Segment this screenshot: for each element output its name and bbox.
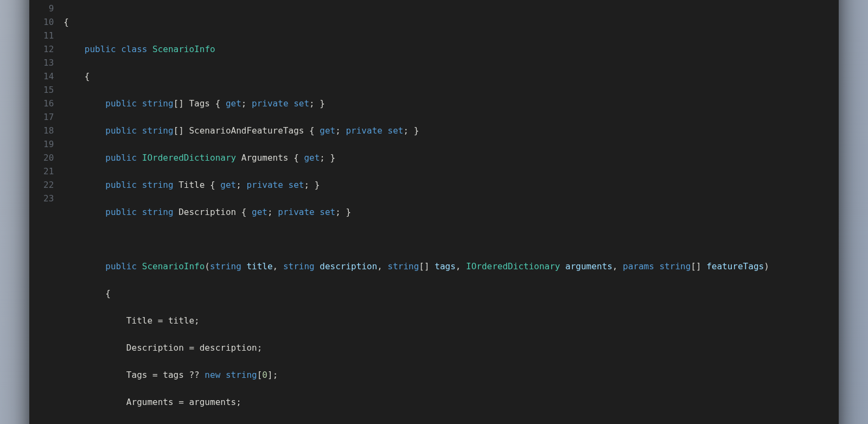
class-name: ScenarioInfo (152, 44, 215, 54)
code-area[interactable]: 1234567891011121314151617181920212223 us… (29, 0, 839, 424)
line-number-gutter: 1234567891011121314151617181920212223 (29, 0, 63, 424)
line-number: 11 (43, 29, 54, 42)
property-name: ScenarioAndFeatureTags (189, 125, 304, 136)
line-number: 22 (43, 178, 54, 192)
line-number: 15 (43, 83, 54, 97)
property-name: Title (178, 180, 205, 190)
constructor-name: ScenarioInfo (142, 261, 205, 271)
line-number: 10 (43, 15, 54, 29)
line-number: 18 (43, 124, 54, 137)
line-number: 17 (43, 110, 54, 124)
property-name: Arguments (241, 153, 289, 163)
line-number: 20 (43, 151, 54, 164)
line-number: 12 (43, 42, 54, 56)
line-number: 21 (43, 164, 54, 178)
line-number: 9 (43, 2, 54, 15)
line-number: 16 (43, 97, 54, 110)
property-name: Description (178, 207, 236, 217)
property-name: Tags (189, 98, 210, 109)
line-number: 14 (43, 69, 54, 83)
line-number: 19 (43, 137, 54, 151)
line-number: 23 (43, 192, 54, 205)
code-content[interactable]: using System.Collections.Specialized; us… (63, 0, 825, 424)
line-number: 13 (43, 56, 54, 69)
editor-window: 1234567891011121314151617181920212223 us… (29, 0, 839, 424)
